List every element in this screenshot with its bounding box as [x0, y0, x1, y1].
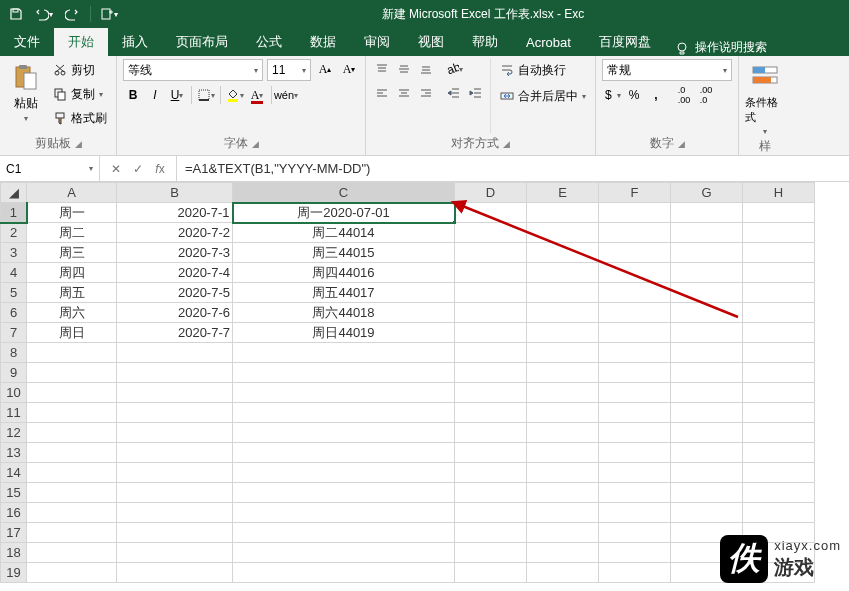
redo-button[interactable]: [60, 3, 84, 25]
cell-A5[interactable]: 周五: [27, 283, 117, 303]
cell-A16[interactable]: [27, 503, 117, 523]
cell-H14[interactable]: [743, 463, 815, 483]
cell-E3[interactable]: [527, 243, 599, 263]
cell-G9[interactable]: [671, 363, 743, 383]
row-header-8[interactable]: 8: [1, 343, 27, 363]
tab-review[interactable]: 审阅: [350, 28, 404, 56]
row-header-10[interactable]: 10: [1, 383, 27, 403]
cell-E18[interactable]: [527, 543, 599, 563]
col-header-D[interactable]: D: [455, 183, 527, 203]
phonetic-button[interactable]: wén▾: [276, 85, 296, 105]
cell-G8[interactable]: [671, 343, 743, 363]
cell-C19[interactable]: [233, 563, 455, 583]
cell-D18[interactable]: [455, 543, 527, 563]
cell-A3[interactable]: 周三: [27, 243, 117, 263]
cell-C11[interactable]: [233, 403, 455, 423]
col-header-E[interactable]: E: [527, 183, 599, 203]
tab-formulas[interactable]: 公式: [242, 28, 296, 56]
cell-F17[interactable]: [599, 523, 671, 543]
cell-E4[interactable]: [527, 263, 599, 283]
cell-B17[interactable]: [117, 523, 233, 543]
row-header-4[interactable]: 4: [1, 263, 27, 283]
row-header-16[interactable]: 16: [1, 503, 27, 523]
cell-C13[interactable]: [233, 443, 455, 463]
cell-B14[interactable]: [117, 463, 233, 483]
fx-button[interactable]: fx: [150, 159, 170, 179]
cell-E8[interactable]: [527, 343, 599, 363]
cell-F15[interactable]: [599, 483, 671, 503]
cell-C10[interactable]: [233, 383, 455, 403]
cell-B18[interactable]: [117, 543, 233, 563]
save-button[interactable]: [4, 3, 28, 25]
col-header-F[interactable]: F: [599, 183, 671, 203]
cell-H15[interactable]: [743, 483, 815, 503]
cancel-button[interactable]: ✕: [106, 159, 126, 179]
tab-pagelayout[interactable]: 页面布局: [162, 28, 242, 56]
cell-F3[interactable]: [599, 243, 671, 263]
cell-F14[interactable]: [599, 463, 671, 483]
cell-A13[interactable]: [27, 443, 117, 463]
cell-E15[interactable]: [527, 483, 599, 503]
cell-A12[interactable]: [27, 423, 117, 443]
formula-bar[interactable]: =A1&TEXT(B1,"YYYY-MM-DD"): [177, 156, 849, 181]
cell-G13[interactable]: [671, 443, 743, 463]
cell-E5[interactable]: [527, 283, 599, 303]
italic-button[interactable]: I: [145, 85, 165, 105]
cell-A19[interactable]: [27, 563, 117, 583]
tab-baidu[interactable]: 百度网盘: [585, 28, 665, 56]
cell-C17[interactable]: [233, 523, 455, 543]
increase-indent-button[interactable]: [466, 83, 486, 103]
comma-format-button[interactable]: ,: [646, 85, 666, 105]
cell-D15[interactable]: [455, 483, 527, 503]
cell-A18[interactable]: [27, 543, 117, 563]
cell-H2[interactable]: [743, 223, 815, 243]
cell-D1[interactable]: [455, 203, 527, 223]
cell-E1[interactable]: [527, 203, 599, 223]
cell-B11[interactable]: [117, 403, 233, 423]
cell-B5[interactable]: 2020-7-5: [117, 283, 233, 303]
cell-A11[interactable]: [27, 403, 117, 423]
cell-D13[interactable]: [455, 443, 527, 463]
tab-file[interactable]: 文件: [0, 28, 54, 56]
wrap-text-button[interactable]: 自动换行: [497, 59, 589, 81]
cell-F5[interactable]: [599, 283, 671, 303]
align-left-button[interactable]: [372, 83, 392, 103]
cell-F9[interactable]: [599, 363, 671, 383]
cell-A14[interactable]: [27, 463, 117, 483]
font-size-combo[interactable]: 11▾: [267, 59, 311, 81]
orientation-button[interactable]: ab▾: [444, 59, 464, 79]
cell-C14[interactable]: [233, 463, 455, 483]
cell-D19[interactable]: [455, 563, 527, 583]
cell-F4[interactable]: [599, 263, 671, 283]
cell-A10[interactable]: [27, 383, 117, 403]
cell-E13[interactable]: [527, 443, 599, 463]
cell-E2[interactable]: [527, 223, 599, 243]
cell-G10[interactable]: [671, 383, 743, 403]
cell-H7[interactable]: [743, 323, 815, 343]
cell-B7[interactable]: 2020-7-7: [117, 323, 233, 343]
row-header-14[interactable]: 14: [1, 463, 27, 483]
cell-C1[interactable]: 周一2020-07-01: [233, 203, 455, 223]
cell-A2[interactable]: 周二: [27, 223, 117, 243]
cell-C18[interactable]: [233, 543, 455, 563]
align-bottom-button[interactable]: [416, 59, 436, 79]
cell-B12[interactable]: [117, 423, 233, 443]
cell-B9[interactable]: [117, 363, 233, 383]
cell-C5[interactable]: 周五44017: [233, 283, 455, 303]
underline-button[interactable]: U▾: [167, 85, 187, 105]
cell-C6[interactable]: 周六44018: [233, 303, 455, 323]
cell-H8[interactable]: [743, 343, 815, 363]
decrease-indent-button[interactable]: [444, 83, 464, 103]
tab-data[interactable]: 数据: [296, 28, 350, 56]
cell-G16[interactable]: [671, 503, 743, 523]
fill-handle[interactable]: [452, 220, 455, 223]
row-header-11[interactable]: 11: [1, 403, 27, 423]
cell-D14[interactable]: [455, 463, 527, 483]
font-color-button[interactable]: A▾: [247, 85, 267, 105]
cell-G6[interactable]: [671, 303, 743, 323]
cell-G15[interactable]: [671, 483, 743, 503]
cell-H6[interactable]: [743, 303, 815, 323]
row-header-6[interactable]: 6: [1, 303, 27, 323]
cell-B3[interactable]: 2020-7-3: [117, 243, 233, 263]
cell-F13[interactable]: [599, 443, 671, 463]
